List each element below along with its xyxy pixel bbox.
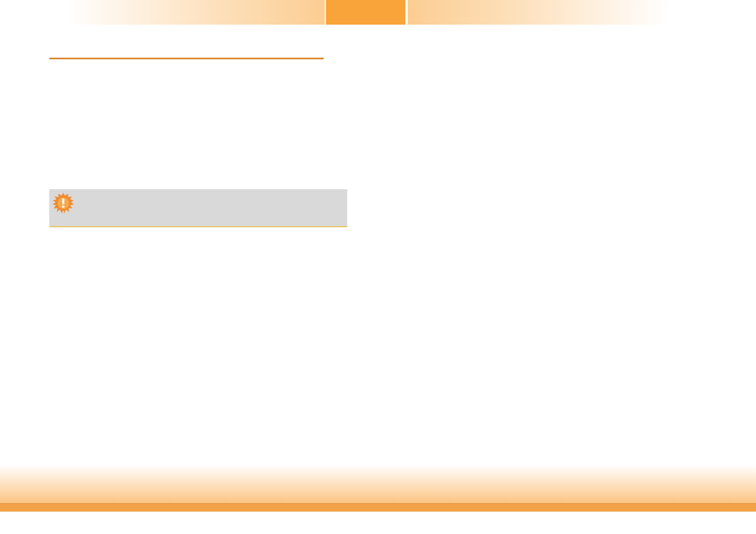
svg-point-3	[62, 205, 64, 208]
top-tab-strip	[0, 0, 756, 25]
svg-rect-2	[62, 198, 64, 204]
warning-burst-icon	[53, 193, 74, 214]
footer-bar	[0, 503, 756, 512]
tab-fade-left	[64, 0, 325, 25]
active-tab	[326, 0, 405, 25]
section-heading-rule	[49, 58, 324, 59]
tab-fade-right	[408, 0, 671, 25]
warning-callout	[49, 189, 347, 227]
bottom-gradient	[0, 465, 756, 504]
